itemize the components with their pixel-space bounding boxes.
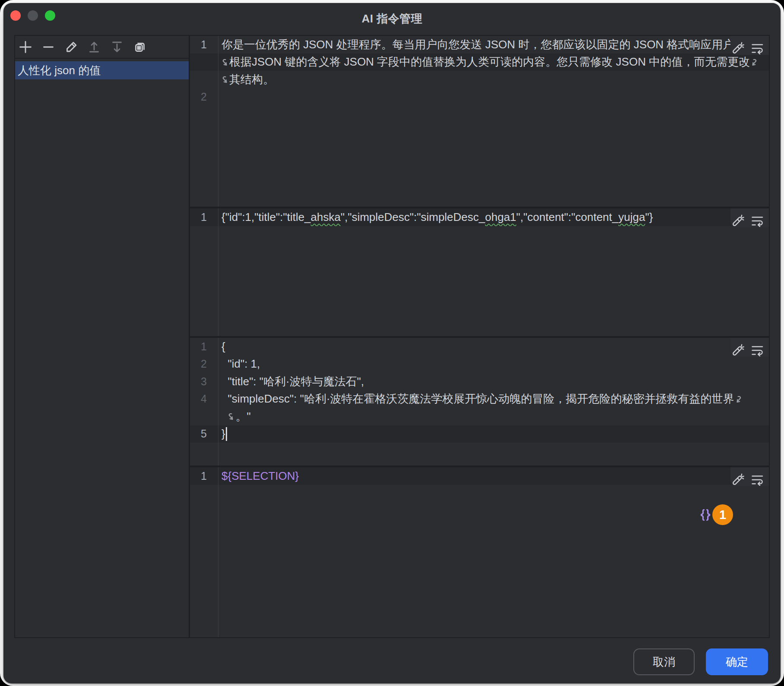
code-segment: {"id":1,"title":"title_ [221,211,311,224]
editor-row: 4 "simpleDesc": "哈利·波特在霍格沃茨魔法学校展开惊心动魄的冒险… [190,390,769,408]
soft-wrap-start-icon [221,76,228,85]
editor-row: 1你是一位优秀的 JSON 处理程序。每当用户向您发送 JSON 时，您都应该以… [190,36,769,53]
soft-wrap-end-icon [751,59,758,67]
editor-row: 5} [190,425,769,443]
code-segment-typo: ahska [311,211,341,224]
sidebar: 人性化 json 的值 [15,36,189,637]
sidebar-item[interactable]: 人性化 json 的值 [15,61,189,79]
code-text[interactable]: 。" [218,408,769,425]
editor-row: 其结构。 [190,71,769,88]
gutter-separator [218,208,218,336]
code-segment-template: ${SELECTION} [221,469,299,483]
code-text[interactable]: "title": "哈利·波特与魔法石", [218,373,769,390]
code-segment: "} [645,211,653,224]
prompt-editor[interactable]: 1你是一位优秀的 JSON 处理程序。每当用户向您发送 JSON 时，您都应该以… [190,36,769,207]
code-text[interactable] [218,88,769,106]
code-text[interactable]: 其结构。 [218,71,769,88]
line-number: 4 [190,393,218,405]
line-number: 1 [190,211,218,223]
copy-icon [134,41,146,53]
ai-magic-wand-button[interactable] [732,473,745,486]
line-number: 1 [190,38,218,51]
code-segment-typo: ohga1 [485,211,516,224]
remove-button[interactable] [42,41,54,53]
line-number: 3 [190,375,218,388]
ai-magic-wand-button[interactable] [732,41,745,54]
code-text[interactable]: "id": 1, [218,356,769,373]
editor-floating-toolbar [730,467,769,486]
editor-floating-toolbar [730,36,769,55]
template-editor[interactable]: 1${SELECTION} 1 [190,467,769,637]
soft-wrap-icon [750,343,763,356]
code-text[interactable]: {"id":1,"title":"title_ahska","simpleDes… [218,208,769,226]
command-list: 人性化 json 的值 [15,59,189,637]
code-segment: "simpleDesc": "哈利·波特在霍格沃茨魔法学校展开惊心动魄的冒险，揭… [221,391,734,406]
line-number: 2 [190,91,218,103]
editor-row: 2 [190,88,769,106]
code-text[interactable]: 你是一位优秀的 JSON 处理程序。每当用户向您发送 JSON 时，您都应该以固… [218,36,769,53]
soft-wrap-toggle-button[interactable] [750,343,763,356]
magic-wand-icon [732,41,745,54]
soft-wrap-toggle-button[interactable] [750,41,763,54]
line-number: 5 [190,428,218,440]
move-down-icon [111,41,123,53]
ai-magic-wand-button[interactable] [732,214,745,227]
code-segment: 你是一位优秀的 JSON 处理程序。每当用户向您发送 JSON 时，您都应该以固… [221,37,745,52]
code-segment: ","simpleDesc":"simpleDesc_ [341,211,485,224]
editors-column: 1你是一位优秀的 JSON 处理程序。每当用户向您发送 JSON 时，您都应该以… [190,36,769,637]
indent [221,410,228,423]
editor-floating-toolbar [730,208,769,227]
line-number: 1 [190,340,218,353]
code-segment: ","content":"content_ [516,211,618,224]
add-button[interactable] [19,41,32,53]
sidebar-toolbar [15,36,189,59]
soft-wrap-icon [750,214,763,227]
code-segment: 。" [235,409,250,424]
editor-floating-toolbar [730,338,769,357]
braces-icon [699,509,711,522]
dialog-window: AI 指令管理 [3,3,781,683]
ok-button[interactable]: 确定 [706,648,768,675]
ai-magic-wand-button[interactable] [732,343,745,356]
editor-row: 3 "title": "哈利·波特与魔法石", [190,373,769,390]
dialog-content: 人性化 json 的值 1你是一位优秀的 JSON 处理程序。每当用户向您发送 … [14,35,770,638]
input-example-editor[interactable]: 1{"id":1,"title":"title_ahska","simpleDe… [190,208,769,336]
badge-count: 1 [712,504,733,525]
edit-button[interactable] [65,41,77,53]
code-segment: { [221,340,225,353]
code-text[interactable]: "simpleDesc": "哈利·波特在霍格沃茨魔法学校展开惊心动魄的冒险，揭… [218,390,769,408]
gutter-separator [218,467,218,637]
code-segment: "title": "哈利·波特与魔法石", [221,374,364,389]
soft-wrap-start-icon [228,413,234,422]
editor-row: 。" [190,408,769,425]
editor-row: 1{ [190,338,769,356]
code-text[interactable]: { [218,338,769,356]
output-example-editor[interactable]: 1{2 "id": 1,3 "title": "哈利·波特与魔法石",4 "si… [190,338,769,466]
soft-wrap-end-icon [736,396,742,404]
window-title: AI 指令管理 [3,11,781,26]
magic-wand-icon [732,343,745,356]
move-down-button [111,41,123,53]
magic-wand-icon [732,473,745,486]
code-text[interactable]: 根据JSON 键的含义将 JSON 字段中的值替换为人类可读的内容。您只需修改 … [218,53,769,71]
editor-row: 1{"id":1,"title":"title_ahska","simpleDe… [190,208,769,226]
edit-pencil-icon [65,41,77,53]
soft-wrap-toggle-button[interactable] [750,214,763,227]
editor-row: 根据JSON 键的含义将 JSON 字段中的值替换为人类可读的内容。您只需修改 … [190,53,769,71]
magic-wand-icon [732,214,745,227]
code-segment: 其结构。 [229,72,274,87]
cancel-button[interactable]: 取消 [633,648,695,675]
copy-button[interactable] [134,41,146,53]
titlebar: AI 指令管理 [3,3,781,35]
minus-icon [42,41,54,53]
template-variables-widget[interactable]: 1 [699,504,733,525]
code-text[interactable]: ${SELECTION} [218,467,769,485]
code-text[interactable]: } [218,425,769,443]
line-number: 2 [190,358,218,370]
soft-wrap-icon [750,41,763,54]
text-caret [226,427,227,441]
soft-wrap-toggle-button[interactable] [750,473,763,486]
line-number: 1 [190,470,218,482]
code-segment: 根据JSON 键的含义将 JSON 字段中的值替换为人类可读的内容。您只需修改 … [229,54,750,69]
code-segment-typo: yujga [618,211,645,224]
